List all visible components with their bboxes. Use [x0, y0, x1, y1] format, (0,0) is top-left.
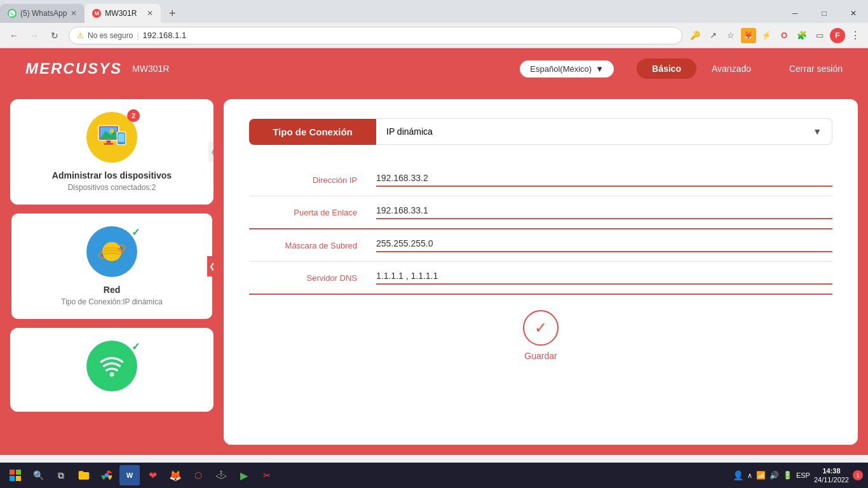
tray-volume-icon[interactable]: 🔊	[770, 471, 779, 480]
sidebar-card-wifi[interactable]: ✓	[10, 328, 214, 412]
save-label[interactable]: Guardar	[524, 351, 557, 361]
extension-2-icon[interactable]: ⚡	[759, 28, 774, 43]
svg-point-11	[102, 242, 121, 261]
network-card-arrow: ❮	[207, 256, 214, 276]
tray-lang: ESP	[796, 471, 810, 479]
address-url: 192.168.1.1	[143, 30, 187, 40]
mercusys-favicon: M	[92, 9, 101, 18]
svg-rect-4	[107, 140, 111, 143]
svg-rect-7	[118, 133, 125, 142]
devices-card-subtitle: Dispositivos conectados:2	[68, 183, 156, 192]
start-button[interactable]	[5, 465, 25, 485]
field-value-ip: 192.168.33.2	[376, 173, 832, 187]
field-row-subnet: Máscara de Subred 255.255.255.0	[249, 229, 832, 262]
tab-whatsapp-close[interactable]: ✕	[71, 9, 77, 18]
connection-type-value: IP dinámica	[386, 126, 433, 137]
address-bar[interactable]: ⚠ No es seguro | 192.168.1.1	[69, 27, 682, 44]
reload-button[interactable]: ↻	[46, 27, 64, 44]
nav-tabs: Básico Avanzado	[637, 58, 766, 79]
taskbar-search-icon[interactable]: 🔍	[28, 465, 48, 485]
tab-whatsapp[interactable]: (5) WhatsApp ✕	[0, 4, 85, 23]
tray-people-icon[interactable]: 👤	[733, 470, 743, 480]
taskbar-app5-icon[interactable]: ▶	[234, 465, 254, 485]
minimize-button[interactable]: ─	[780, 2, 810, 25]
taskbar-chrome-icon[interactable]	[97, 465, 117, 485]
devices-badge: 2	[127, 109, 140, 122]
field-row-ip: Dirección IP 192.168.33.2	[249, 164, 832, 196]
svg-rect-16	[16, 476, 21, 481]
field-label-ip: Dirección IP	[249, 175, 376, 185]
taskbar-word-icon[interactable]: W	[119, 465, 140, 485]
close-button[interactable]: ✕	[839, 2, 868, 25]
connection-type-row: Tipo de Conexión IP dinámica ▼	[249, 118, 832, 145]
connection-type-select[interactable]: IP dinámica ▼	[376, 118, 832, 145]
tray-time-display: 14:38	[814, 466, 849, 475]
profile-button[interactable]: F	[830, 28, 845, 43]
field-value-subnet: 255.255.255.0	[376, 238, 832, 252]
router-header: MERCUSYS MW301R Español(México) ▼ Básico…	[0, 48, 868, 89]
sidebar-toggle-icon[interactable]: ▭	[812, 28, 827, 43]
notification-badge[interactable]: 1	[853, 470, 863, 480]
devices-icon: 2	[86, 112, 137, 163]
network-card-title: Red	[104, 285, 120, 295]
tray-chevron-icon[interactable]: ∧	[747, 471, 752, 480]
maximize-button[interactable]: □	[810, 2, 839, 25]
forward-button[interactable]: →	[25, 27, 43, 44]
devices-card-title: Administrar los dispositivos	[52, 170, 172, 180]
opera-icon[interactable]: O	[776, 28, 792, 43]
language-dropdown-icon: ▼	[595, 64, 604, 74]
taskbar-files-icon[interactable]	[74, 465, 94, 485]
taskbar-app4-icon[interactable]: 🕹	[211, 465, 231, 485]
connection-type-label: Tipo de Conexión	[249, 119, 376, 145]
sidebar-card-devices[interactable]: 2 Administrar los dispositivos Dispositi…	[10, 99, 214, 205]
new-tab-button[interactable]: +	[163, 4, 181, 22]
router-body: 2 Administrar los dispositivos Dispositi…	[0, 89, 868, 455]
logo-text: MERCUSYS	[25, 60, 122, 78]
field-row-dns: Servidor DNS 1.1.1.1 , 1.1.1.1	[249, 262, 832, 295]
taskbar-taskview-icon[interactable]: ⧉	[51, 465, 71, 485]
logout-button[interactable]: Cerrar sesión	[789, 64, 843, 74]
browser-menu-button[interactable]: ⋮	[848, 29, 863, 41]
language-label: Español(México)	[530, 64, 592, 74]
svg-rect-15	[10, 476, 15, 481]
svg-point-3	[110, 129, 114, 133]
language-selector[interactable]: Español(México) ▼	[520, 60, 614, 78]
password-icon: 🔑	[688, 28, 703, 43]
tab-whatsapp-label: (5) WhatsApp	[20, 9, 67, 18]
tab-avanzado[interactable]: Avanzado	[696, 58, 766, 79]
extension-1-icon[interactable]: 🦊	[741, 28, 756, 43]
taskbar-app2-icon[interactable]: 🦊	[165, 465, 186, 485]
wifi-icon: ✓	[86, 341, 137, 391]
back-button[interactable]: ←	[5, 27, 23, 44]
network-fields: Dirección IP 192.168.33.2 Puerta de Enla…	[249, 164, 832, 295]
share-icon[interactable]: ↗	[705, 28, 721, 43]
tray-battery-icon[interactable]: 🔋	[783, 471, 792, 480]
extension-3-icon[interactable]: 🧩	[794, 28, 810, 43]
svg-point-18	[105, 473, 109, 478]
save-section: ✓ Guardar	[249, 310, 832, 361]
main-panel: Tipo de Conexión IP dinámica ▼ Dirección…	[224, 99, 858, 445]
svg-rect-5	[104, 143, 114, 145]
network-icon: ✓	[86, 226, 137, 277]
tab-mercusys[interactable]: M MW301R ✕	[85, 4, 161, 23]
taskbar-app1-icon[interactable]: ❤	[142, 465, 163, 485]
tray-network-icon[interactable]: 📶	[756, 471, 766, 480]
field-label-subnet: Máscara de Subred	[249, 241, 376, 250]
tab-mercusys-close[interactable]: ✕	[147, 9, 153, 18]
save-button[interactable]: ✓	[523, 310, 559, 346]
svg-rect-13	[10, 470, 15, 475]
address-separator: |	[137, 31, 139, 40]
taskbar-app6-icon[interactable]: ✂	[257, 465, 277, 485]
tab-mercusys-label: MW301R	[105, 9, 137, 18]
logo-model: MW301R	[132, 64, 169, 74]
sidebar-card-network[interactable]: ✓ Red Tipo de Conexión:IP dinámica ❮	[10, 212, 214, 320]
wifi-check-icon: ✓	[132, 341, 140, 353]
taskbar-clock: 14:38 24/11/2022	[814, 466, 849, 485]
bookmark-icon[interactable]: ☆	[723, 28, 738, 43]
tab-basico[interactable]: Básico	[637, 58, 696, 79]
mercusys-logo: MERCUSYS MW301R	[25, 60, 169, 78]
connection-type-dropdown-icon: ▼	[813, 126, 822, 137]
devices-card-arrow: ❮	[208, 142, 214, 162]
router-ui: MERCUSYS MW301R Español(México) ▼ Básico…	[0, 48, 868, 455]
taskbar-app3-icon[interactable]: ⬡	[188, 465, 208, 485]
